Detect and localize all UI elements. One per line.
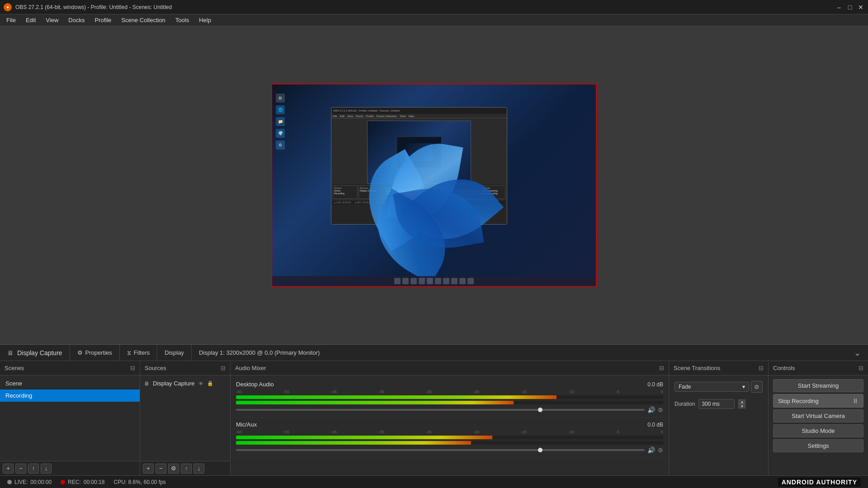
win11-taskbar-side-icons: ⊞ 🌐 📁 🌍 ⚙ bbox=[276, 94, 285, 150]
win11-logo bbox=[353, 141, 515, 277]
duration-input[interactable]: 300 ms bbox=[698, 399, 735, 409]
app-icon: ● bbox=[4, 3, 12, 11]
maximize-button[interactable]: □ bbox=[846, 4, 854, 11]
transition-gear-button[interactable]: ⚙ bbox=[751, 381, 763, 393]
studio-mode-button[interactable]: Studio Mode bbox=[773, 424, 863, 437]
sources-up-button[interactable]: ↑ bbox=[181, 464, 192, 474]
sources-toolbar: + − ⚙ ↑ ↓ bbox=[140, 461, 230, 475]
scenes-remove-button[interactable]: − bbox=[15, 464, 26, 474]
sources-add-button[interactable]: + bbox=[143, 464, 154, 474]
taskbar-app-6 bbox=[435, 278, 441, 284]
menu-tools[interactable]: Tools bbox=[171, 16, 193, 24]
scene-transitions-panel: Scene Transitions ⊟ Fade ▾ ⚙ bbox=[669, 361, 769, 475]
rec-time: 00:00:18 bbox=[84, 479, 105, 485]
duration-up-button[interactable]: ▲ bbox=[738, 399, 745, 404]
scenes-header-icon[interactable]: ⊟ bbox=[130, 365, 135, 371]
desktop-audio-meter-2 bbox=[236, 401, 663, 404]
duration-spinner[interactable]: ▲ ▼ bbox=[738, 399, 745, 408]
taskbar-app-7 bbox=[443, 278, 449, 284]
scenes-panel-header: Scenes ⊟ bbox=[0, 361, 140, 375]
title-bar: ● OBS 27.2.1 (64-bit, windows) - Profile… bbox=[0, 0, 868, 14]
taskbar-icon-1: ⊞ bbox=[276, 94, 285, 103]
desktop-volume-slider[interactable] bbox=[236, 409, 645, 411]
taskbar-icon-5: ⚙ bbox=[276, 141, 285, 150]
sources-settings-button[interactable]: ⚙ bbox=[168, 464, 179, 474]
window-controls[interactable]: – □ ✕ bbox=[835, 4, 864, 11]
tab-properties[interactable]: ⚙ Properties bbox=[70, 345, 120, 361]
monitor-icon: 🖥 bbox=[7, 349, 14, 357]
live-dot-icon bbox=[7, 480, 12, 484]
scenes-toolbar: + − ↑ ↓ bbox=[0, 461, 140, 475]
desktop-audio-meter-fill bbox=[236, 395, 557, 399]
menu-profile[interactable]: Profile bbox=[90, 16, 116, 24]
taskbar-app-2 bbox=[402, 278, 409, 284]
minimize-button[interactable]: – bbox=[835, 4, 843, 11]
taskbar-app-4 bbox=[419, 278, 425, 284]
mic-aux-volume-thumb[interactable] bbox=[538, 448, 542, 452]
tab-filters[interactable]: ⧖ Filters bbox=[120, 345, 157, 361]
sources-down-button[interactable]: ↓ bbox=[193, 464, 204, 474]
transition-selector-row: Fade ▾ ⚙ bbox=[669, 377, 768, 396]
source-item-name: Display Capture bbox=[153, 380, 195, 387]
source-visibility-icon[interactable]: 👁 bbox=[198, 381, 203, 386]
stop-recording-button[interactable]: Stop Recording ⏸ bbox=[773, 394, 863, 408]
tab-display[interactable]: Display bbox=[157, 345, 192, 361]
duration-down-button[interactable]: ▼ bbox=[738, 404, 745, 408]
rec-dot-icon bbox=[61, 480, 65, 484]
desktop-audio-meter-labels: -60 -55 -45 -35 -25 -20 -15 -10 -5 0 bbox=[236, 389, 663, 394]
tab-display-label: Display bbox=[165, 349, 184, 356]
desktop-audio-db: 0.0 dB bbox=[647, 381, 663, 388]
menu-file[interactable]: File bbox=[2, 16, 20, 24]
menu-bar: File Edit View Docks Profile Scene Colle… bbox=[0, 14, 868, 26]
desktop-mute-icon[interactable]: 🔊 bbox=[647, 406, 655, 413]
panels-row: Scenes ⊟ Scene Recording + − ↑ ↓ Sources bbox=[0, 361, 868, 475]
source-item-display-capture[interactable]: 🖥 Display Capture 👁 🔒 bbox=[140, 377, 230, 389]
mic-aux-db: 0.0 dB bbox=[647, 422, 663, 428]
audio-mixer-icon[interactable]: ⊟ bbox=[659, 365, 664, 371]
menu-edit[interactable]: Edit bbox=[21, 16, 40, 24]
close-button[interactable]: ✕ bbox=[857, 4, 864, 11]
menu-scene-collection[interactable]: Scene Collection bbox=[117, 16, 170, 24]
mic-aux-volume-slider[interactable] bbox=[236, 449, 645, 451]
android-authority-watermark: ANDROID AUTHORITY bbox=[778, 478, 861, 487]
win11-taskbar-bottom bbox=[272, 276, 596, 286]
preview-canvas: ⊞ 🌐 📁 🌍 ⚙ OBS 27.2.1 (64-bit) - Profile:… bbox=[271, 84, 597, 287]
controls-content: Start Streaming Stop Recording ⏸ Start V… bbox=[769, 375, 868, 475]
transition-dropdown[interactable]: Fade ▾ bbox=[675, 382, 749, 392]
scene-item-recording[interactable]: Recording bbox=[0, 389, 140, 402]
menu-view[interactable]: View bbox=[41, 16, 63, 24]
transitions-header-icon[interactable]: ⊟ bbox=[759, 365, 764, 371]
controls-panel: Controls ⊟ Start Streaming Stop Recordin… bbox=[769, 361, 868, 475]
menu-docks[interactable]: Docks bbox=[64, 16, 89, 24]
source-monitor-icon: 🖥 bbox=[144, 380, 149, 387]
sources-panel-header: Sources ⊟ bbox=[140, 361, 230, 375]
main-area: ⊞ 🌐 📁 🌍 ⚙ OBS 27.2.1 (64-bit) - Profile:… bbox=[0, 26, 868, 488]
menu-help[interactable]: Help bbox=[194, 16, 216, 24]
scenes-add-button[interactable]: + bbox=[3, 464, 14, 474]
settings-button[interactable]: Settings bbox=[773, 439, 863, 452]
desktop-volume-thumb[interactable] bbox=[538, 408, 542, 412]
nested-live-status: ● LIVE: 00:00:00 bbox=[334, 201, 351, 204]
sources-header-icon[interactable]: ⊟ bbox=[221, 365, 226, 371]
mic-audio-gear-icon[interactable]: ⚙ bbox=[658, 447, 663, 454]
duration-label: Duration bbox=[675, 401, 695, 407]
scenes-up-button[interactable]: ↑ bbox=[28, 464, 39, 474]
cpu-status: CPU: 8.6%, 60.00 fps bbox=[113, 479, 165, 485]
taskbar-icon-2: 🌐 bbox=[276, 105, 285, 114]
sources-remove-button[interactable]: − bbox=[156, 464, 166, 474]
desktop-audio-gear-icon[interactable]: ⚙ bbox=[658, 407, 663, 413]
scene-item-scene[interactable]: Scene bbox=[0, 377, 140, 389]
window-title: OBS 27.2.1 (64-bit, windows) - Profile: … bbox=[15, 4, 835, 10]
scene-transitions-header: Scene Transitions ⊟ bbox=[669, 361, 768, 375]
source-lock-icon[interactable]: 🔒 bbox=[207, 380, 213, 386]
start-virtual-camera-button[interactable]: Start Virtual Camera bbox=[773, 409, 863, 422]
expand-button[interactable]: ⌄ bbox=[847, 345, 868, 361]
mic-aux-name: Mic/Aux bbox=[236, 421, 257, 428]
mic-mute-icon[interactable]: 🔊 bbox=[647, 446, 655, 454]
taskbar-app-8 bbox=[451, 278, 458, 284]
mic-aux-meter-labels: -60 -55 -45 -35 -25 -20 -15 -10 -5 0 bbox=[236, 430, 663, 434]
scenes-down-button[interactable]: ↓ bbox=[41, 464, 52, 474]
taskbar-icon-3: 📁 bbox=[276, 117, 285, 126]
controls-header-icon[interactable]: ⊟ bbox=[859, 365, 863, 371]
start-streaming-button[interactable]: Start Streaming bbox=[773, 379, 863, 392]
